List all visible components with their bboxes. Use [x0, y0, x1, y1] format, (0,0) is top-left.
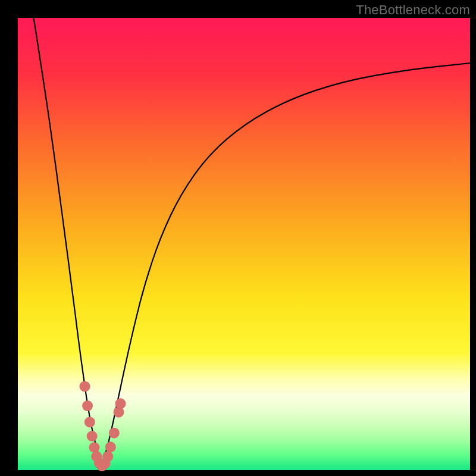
- dip-marker: [102, 451, 113, 462]
- dip-marker: [105, 441, 116, 452]
- chart-svg: [0, 0, 476, 476]
- dip-marker: [87, 431, 98, 441]
- dip-marker: [115, 398, 126, 409]
- watermark-text: TheBottleneck.com: [356, 2, 470, 18]
- chart-container: TheBottleneck.com: [0, 0, 476, 476]
- dip-marker: [89, 442, 99, 453]
- dip-marker: [79, 381, 90, 392]
- dip-marker: [109, 428, 120, 439]
- dip-marker: [84, 416, 95, 427]
- dip-marker: [82, 400, 93, 411]
